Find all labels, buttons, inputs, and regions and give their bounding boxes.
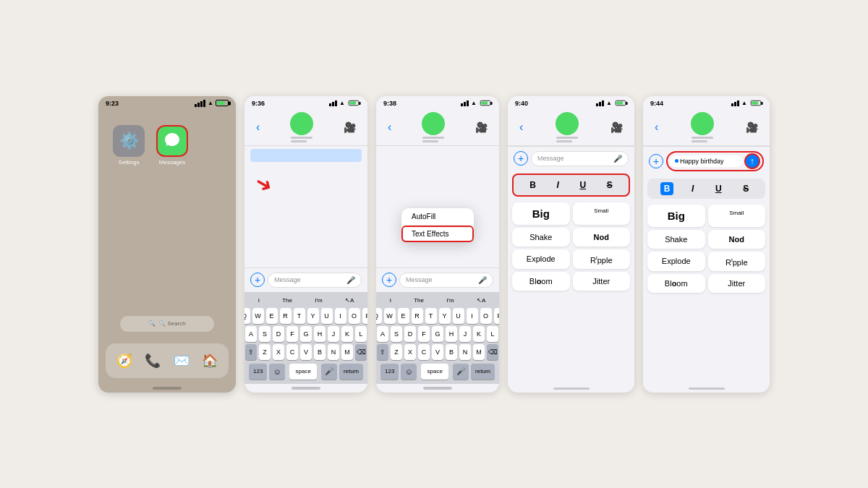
k3-mic[interactable]: 🎤 [453,364,469,380]
sug3-Im[interactable]: I'm [446,297,454,304]
underline-button-5[interactable]: U [712,182,726,195]
key-shift[interactable]: ⇧ [245,344,257,360]
key-L[interactable]: L [355,326,367,342]
search-bar[interactable]: 🔍 🔍 Search [120,316,214,332]
key-S[interactable]: S [259,326,271,342]
autofill-option[interactable]: AutoFill [401,208,474,226]
plus-button-3[interactable]: + [382,273,396,287]
k3-F[interactable]: F [418,326,430,342]
back-button-3[interactable]: ‹ [388,121,391,134]
sug3-The[interactable]: The [414,297,424,304]
key-P[interactable]: P [362,308,368,324]
k3-U[interactable]: U [453,308,464,324]
effect-bloom-5[interactable]: Bloom [647,274,705,293]
k3-123[interactable]: 123 [380,364,399,380]
settings-icon-img[interactable]: ⚙️ [113,125,145,157]
text-effects-option[interactable]: Text Effects [401,226,474,242]
k3-return[interactable]: return [471,364,495,380]
safari-dock-icon[interactable]: 🧭 [111,348,137,374]
sug3-I[interactable]: I [390,297,391,304]
k3-Q[interactable]: Q [376,308,382,324]
k3-C[interactable]: C [418,344,430,360]
key-emoji[interactable]: ☺ [269,364,285,380]
suggestion-shift[interactable]: ↖A [345,297,354,304]
phone-dock-icon[interactable]: 📞 [140,348,166,374]
home-dock-icon[interactable]: 🏠 [197,348,223,374]
italic-button-5[interactable]: I [688,182,697,195]
video-icon-5[interactable]: 🎥 [746,121,758,133]
k3-T[interactable]: T [425,308,437,324]
messages-icon-img[interactable] [156,125,188,157]
key-J[interactable]: J [328,326,339,342]
effect-small-4[interactable]: Small [573,202,631,225]
effect-nod-4[interactable]: Nod [573,228,631,247]
key-D[interactable]: D [273,326,284,342]
key-A[interactable]: A [245,326,257,342]
k3-I[interactable]: I [467,308,478,324]
strikethrough-button-4[interactable]: S [603,179,616,192]
video-icon-4[interactable]: 🎥 [610,121,623,133]
plus-button-2[interactable]: + [250,273,265,287]
k3-V[interactable]: V [432,344,443,360]
k3-O[interactable]: O [480,308,492,324]
messages-app-icon[interactable]: Messages [156,125,188,309]
key-M[interactable]: M [341,344,353,360]
effect-ripple-4[interactable]: Ripple [573,249,631,270]
k3-shift[interactable]: ⇧ [377,344,388,360]
settings-app-icon[interactable]: ⚙️ Settings [113,125,145,309]
back-button-5[interactable]: ‹ [655,121,658,134]
bold-button-4[interactable]: B [526,179,540,192]
k3-L[interactable]: L [487,326,498,342]
back-button-4[interactable]: ‹ [519,121,523,134]
effect-ripple-5[interactable]: Ripple [708,252,766,272]
key-backspace[interactable]: ⌫ [355,344,367,360]
message-field-4[interactable]: Message 🎤 [531,151,629,166]
video-icon-3[interactable]: 🎥 [475,121,488,133]
k3-X[interactable]: X [404,344,416,360]
k3-space[interactable]: space [421,364,448,380]
key-Z[interactable]: Z [259,344,271,360]
send-button-5[interactable]: ↑ [744,153,760,169]
k3-E[interactable]: E [398,308,409,324]
key-B[interactable]: B [314,344,326,360]
effect-jitter-5[interactable]: Jitter [708,274,766,293]
back-button-2[interactable]: ‹ [256,121,260,134]
key-123[interactable]: 123 [249,364,267,380]
k3-W[interactable]: W [384,308,396,324]
key-T[interactable]: T [294,308,305,324]
message-field-2[interactable]: Message 🎤 [268,273,362,288]
k3-K[interactable]: K [473,326,485,342]
underline-button-4[interactable]: U [576,179,590,192]
key-mic[interactable]: 🎤 [321,364,337,380]
key-H[interactable]: H [314,326,326,342]
k3-A[interactable]: A [377,326,388,342]
key-Q[interactable]: Q [244,308,250,324]
effect-big-5[interactable]: Big [647,205,705,227]
effect-big-4[interactable]: Big [512,202,570,225]
k3-D[interactable]: D [404,326,416,342]
plus-button-5[interactable]: + [649,154,663,168]
video-icon-2[interactable]: 🎥 [344,121,356,133]
strikethrough-button-5[interactable]: S [739,182,752,195]
key-F[interactable]: F [286,326,298,342]
key-U[interactable]: U [321,308,333,324]
effect-small-5[interactable]: Small [708,205,766,227]
effect-bloom-4[interactable]: Bloom [512,272,570,291]
k3-N[interactable]: N [459,344,471,360]
message-field-3[interactable]: Message 🎤 [399,273,493,288]
suggestion-I[interactable]: I [258,297,260,304]
key-V[interactable]: V [300,344,312,360]
key-K[interactable]: K [341,326,353,342]
k3-B[interactable]: B [446,344,457,360]
effect-jitter-4[interactable]: Jitter [573,272,631,291]
k3-Y[interactable]: Y [439,308,451,324]
plus-button-4[interactable]: + [514,151,528,166]
k3-back[interactable]: ⌫ [487,344,498,360]
key-return[interactable]: return [339,364,363,380]
effect-shake-5[interactable]: Shake [647,230,705,249]
key-W[interactable]: W [252,308,264,324]
suggestion-The[interactable]: The [282,297,292,304]
key-R[interactable]: R [280,308,292,324]
mail-dock-icon[interactable]: ✉️ [169,348,195,374]
k3-P[interactable]: P [494,308,500,324]
